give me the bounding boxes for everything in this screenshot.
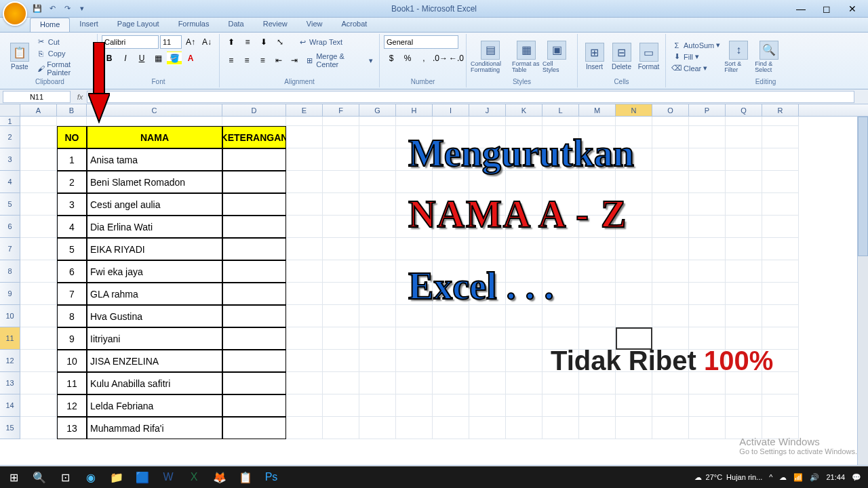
orientation-icon[interactable]: ⤡ — [273, 35, 288, 49]
cell[interactable] — [359, 148, 396, 171]
cell[interactable] — [579, 193, 616, 216]
maximize-button[interactable]: ◻ — [818, 2, 835, 16]
cell[interactable]: 11 — [57, 372, 87, 394]
column-header[interactable]: E — [286, 104, 323, 116]
column-header[interactable]: Q — [726, 104, 762, 116]
ribbon-tab-page-layout[interactable]: Page Layout — [108, 18, 169, 32]
row-header[interactable]: 11 — [0, 327, 20, 350]
cell[interactable] — [616, 305, 652, 327]
cell[interactable] — [506, 372, 542, 394]
cell[interactable] — [542, 260, 579, 283]
cell[interactable] — [323, 126, 359, 148]
cell[interactable] — [396, 148, 433, 171]
cell[interactable] — [359, 305, 396, 327]
cell[interactable] — [469, 171, 506, 193]
cell[interactable] — [689, 305, 726, 327]
formula-input[interactable] — [87, 91, 854, 103]
undo-icon[interactable]: ↶ — [46, 3, 58, 15]
cell[interactable] — [506, 260, 542, 283]
paste-button[interactable]: 📋Paste — [7, 43, 33, 70]
cell[interactable] — [726, 283, 762, 305]
cell[interactable] — [762, 305, 799, 327]
cell[interactable] — [396, 238, 433, 260]
cell[interactable] — [542, 350, 579, 372]
cell[interactable] — [323, 148, 359, 171]
fill-button[interactable]: ⬇Fill ▾ — [670, 52, 722, 62]
cell[interactable] — [652, 216, 689, 238]
cell[interactable] — [286, 327, 323, 350]
cell[interactable] — [762, 260, 799, 283]
cell[interactable] — [726, 350, 762, 372]
column-header[interactable]: B — [57, 104, 87, 116]
cell[interactable] — [396, 350, 433, 372]
cell[interactable] — [433, 148, 469, 171]
cell[interactable]: EIKA RIYADI — [87, 238, 222, 260]
cell[interactable] — [286, 305, 323, 327]
row-header[interactable]: 6 — [0, 216, 20, 238]
cell[interactable] — [396, 394, 433, 417]
cell[interactable] — [359, 394, 396, 417]
search-icon[interactable]: 🔍 — [27, 467, 52, 487]
cell[interactable] — [323, 193, 359, 216]
cell[interactable] — [652, 171, 689, 193]
increase-decimal-icon[interactable]: .0→ — [433, 52, 448, 65]
cell[interactable] — [652, 350, 689, 372]
cell[interactable] — [396, 372, 433, 394]
cell[interactable] — [689, 260, 726, 283]
cell[interactable] — [726, 327, 762, 350]
cell[interactable] — [359, 327, 396, 350]
cell[interactable] — [616, 372, 652, 394]
cell[interactable] — [433, 171, 469, 193]
cell[interactable] — [762, 394, 799, 417]
cell[interactable] — [579, 372, 616, 394]
cell[interactable] — [396, 305, 433, 327]
cell[interactable] — [726, 394, 762, 417]
cell[interactable] — [286, 260, 323, 283]
cell[interactable] — [396, 126, 433, 148]
cell[interactable]: Beni Slamet Romadon — [87, 171, 222, 193]
column-header[interactable]: F — [323, 104, 359, 116]
cell[interactable]: Fwi eka jaya — [87, 260, 222, 283]
cell[interactable]: 12 — [57, 394, 87, 417]
cell[interactable] — [396, 171, 433, 193]
cell[interactable] — [726, 193, 762, 216]
cell[interactable] — [762, 372, 799, 394]
cell[interactable] — [579, 327, 616, 350]
decrease-indent-icon[interactable]: ⇤ — [271, 54, 285, 67]
cell[interactable]: 7 — [57, 283, 87, 305]
row-header[interactable]: 14 — [0, 394, 20, 417]
cell[interactable]: 6 — [57, 260, 87, 283]
cell[interactable] — [616, 193, 652, 216]
cell[interactable]: 1 — [57, 148, 87, 171]
minimize-button[interactable]: — — [792, 2, 810, 16]
column-header[interactable]: M — [579, 104, 616, 116]
cell[interactable] — [222, 305, 286, 327]
select-all-corner[interactable] — [0, 104, 20, 116]
weather-widget[interactable]: ☁ 27°C Hujan rin... — [694, 473, 763, 482]
cell[interactable] — [222, 193, 286, 216]
cell[interactable] — [579, 417, 616, 439]
cell[interactable]: Hva Gustina — [87, 305, 222, 327]
qat-dropdown-icon[interactable]: ▾ — [76, 3, 88, 15]
cell[interactable] — [20, 171, 57, 193]
cell[interactable] — [323, 216, 359, 238]
cell[interactable] — [359, 171, 396, 193]
fill-color-button[interactable]: 🪣 — [167, 52, 182, 65]
cell[interactable]: 5 — [57, 238, 87, 260]
cell[interactable] — [57, 117, 87, 126]
insert-cells-button[interactable]: ⊞Insert — [582, 43, 607, 70]
start-button[interactable]: ⊞ — [1, 467, 26, 487]
cell[interactable] — [616, 350, 652, 372]
percent-icon[interactable]: % — [400, 52, 415, 65]
delete-cells-button[interactable]: ⊟Delete — [609, 43, 634, 70]
cell[interactable] — [652, 327, 689, 350]
cell[interactable] — [433, 305, 469, 327]
cell[interactable] — [506, 327, 542, 350]
row-header[interactable]: 5 — [0, 193, 20, 216]
cell[interactable] — [542, 417, 579, 439]
cell[interactable] — [433, 283, 469, 305]
row-header[interactable]: 12 — [0, 350, 20, 372]
cell[interactable]: Anisa tama — [87, 148, 222, 171]
cell[interactable]: JISA ENZELINA — [87, 350, 222, 372]
cell[interactable] — [762, 327, 799, 350]
